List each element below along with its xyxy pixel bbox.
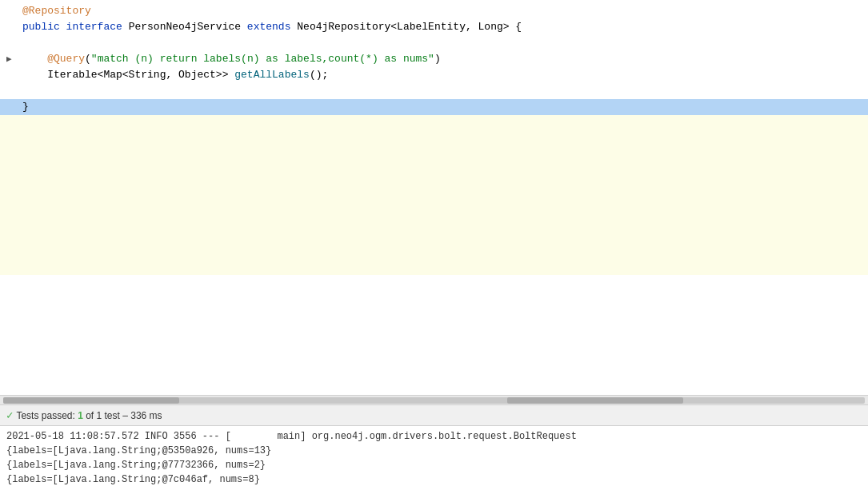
code-line <box>0 211 868 227</box>
status-bar: ✓ Tests passed: 1 of 1 test – 336 ms <box>0 404 868 425</box>
code-line <box>0 83 868 99</box>
code-token: interface <box>66 21 129 33</box>
code-token <box>22 53 47 65</box>
code-line <box>0 243 868 259</box>
scrollbar-track[interactable] <box>3 397 865 404</box>
code-line <box>0 179 868 195</box>
code-line: } <box>0 99 868 115</box>
line-content: @Repository <box>19 3 868 19</box>
console-line: {labels=[Ljava.lang.String;@7c046af, num… <box>6 472 862 487</box>
code-token: extends <box>247 21 297 33</box>
code-editor[interactable]: @Repositorypublic interface PersonNeo4jS… <box>0 0 868 395</box>
code-line: public interface PersonNeo4jService exte… <box>0 19 868 35</box>
status-count: 1 <box>78 410 83 421</box>
code-line: @Repository <box>0 3 868 19</box>
code-line <box>0 131 868 147</box>
code-token: ) <box>434 53 441 65</box>
line-arrow: ▶ <box>6 51 19 67</box>
code-token: "match (n) return labels(n) as labels,co… <box>91 53 434 65</box>
code-token: <LabelEntity, Long> { <box>390 21 522 33</box>
code-line <box>0 35 868 51</box>
code-token: } <box>22 101 29 113</box>
code-token: ( <box>85 53 91 65</box>
horizontal-scrollbar[interactable] <box>0 395 868 404</box>
code-line <box>0 259 868 275</box>
code-token: public <box>22 21 66 33</box>
scrollbar-thumb-right[interactable] <box>507 397 683 404</box>
line-content: } <box>19 99 868 115</box>
code-token: Neo4jRepository <box>297 21 390 33</box>
code-line <box>0 147 868 163</box>
check-icon: ✓ <box>6 408 13 422</box>
status-text: Tests passed: 1 of 1 test – 336 ms <box>16 410 162 421</box>
status-text-before: Tests passed: <box>16 410 78 421</box>
code-line: ▶ @Query("match (n) return labels(n) as … <box>0 51 868 67</box>
line-content: @Query("match (n) return labels(n) as la… <box>19 51 868 67</box>
code-token: @Repository <box>22 5 91 17</box>
code-editor-area: @Repositorypublic interface PersonNeo4jS… <box>0 0 868 404</box>
code-token: getAllLabels <box>234 69 310 81</box>
code-token: @Query <box>47 53 85 65</box>
console-area: 2021-05-18 11:08:57.572 INFO 3556 --- [ … <box>0 425 868 490</box>
code-line <box>0 227 868 243</box>
code-line <box>0 115 868 131</box>
code-token: (); <box>310 69 328 81</box>
line-content: Iterable<Map<String, Object>> getAllLabe… <box>19 67 868 83</box>
code-token: PersonNeo4jService <box>129 21 247 33</box>
status-text-after: of 1 test – 336 ms <box>83 410 162 421</box>
console-line: {labels=[Ljava.lang.String;@5350a926, nu… <box>6 444 862 458</box>
console-line: 2021-05-18 11:08:57.572 INFO 3556 --- [ … <box>6 429 862 444</box>
code-line: Iterable<Map<String, Object>> getAllLabe… <box>0 67 868 83</box>
line-content: public interface PersonNeo4jService exte… <box>19 19 868 35</box>
code-token: Iterable<Map<String, Object>> <box>22 69 234 81</box>
console-line: {labels=[Ljava.lang.String;@77732366, nu… <box>6 458 862 472</box>
code-line <box>0 163 868 179</box>
code-line <box>0 195 868 211</box>
scrollbar-thumb[interactable] <box>3 397 179 404</box>
